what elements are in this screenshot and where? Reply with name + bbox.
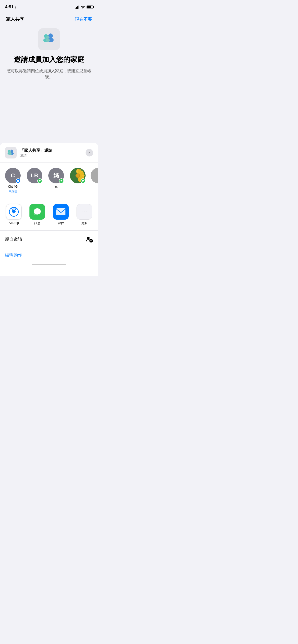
more-icon: ···	[77, 204, 92, 220]
svg-point-4	[46, 36, 49, 39]
home-bar	[32, 264, 66, 265]
family-sharing-icon	[38, 28, 60, 50]
svg-point-26	[87, 237, 90, 239]
messages-badge-icon-flower	[81, 178, 86, 183]
battery-icon	[87, 6, 93, 9]
edit-actions: 編輯動作 …	[0, 248, 98, 262]
contacts-row[interactable]: C Cht 4G 已傳送 LB 媽	[0, 163, 98, 199]
close-button[interactable]: ×	[86, 149, 93, 156]
contact-name-cht4g: Cht 4G	[8, 185, 18, 188]
contact-item-lb[interactable]: LB	[26, 168, 43, 194]
airdrop-badge-icon	[16, 178, 21, 183]
mail-icon	[53, 204, 69, 220]
status-icons	[75, 5, 93, 9]
inperson-icon	[85, 235, 93, 243]
airdrop-icon	[6, 204, 22, 220]
contact-item-mom[interactable]: 媽 媽	[47, 168, 65, 194]
inperson-label: 親自邀請	[5, 236, 22, 242]
avatar-wrapper-flower	[70, 168, 86, 183]
contact-item-flower[interactable]	[69, 168, 87, 194]
wifi-icon	[81, 5, 85, 9]
app-item-airdrop[interactable]: AirDrop	[4, 204, 24, 225]
app-item-mail[interactable]: 郵件	[51, 204, 71, 225]
share-app-icon	[5, 147, 17, 158]
messages-badge-icon-lb	[37, 178, 42, 183]
invite-title: 邀請成員加入您的家庭	[6, 55, 92, 64]
svg-point-5	[46, 39, 50, 42]
app-label-more: 更多	[81, 221, 87, 225]
inperson-row[interactable]: 親自邀請	[0, 231, 98, 248]
svg-point-22	[76, 174, 79, 177]
invite-desc: 您可以再邀請四位成員加入家庭，或建立兒童帳號。	[6, 68, 92, 80]
avatar-wrapper-mom: 媽	[48, 168, 64, 183]
status-time: 4:51 ↑	[5, 5, 16, 10]
home-indicator	[0, 262, 98, 267]
icon-container	[6, 28, 92, 50]
app-item-more[interactable]: ··· 更多	[75, 204, 94, 225]
contact-item-cht4g[interactable]: C Cht 4G 已傳送	[4, 168, 22, 194]
top-bar: 家人共享 現在不要	[6, 16, 92, 22]
contact-name-mom: 媽	[55, 185, 58, 189]
share-header-title: 「家人共享」邀請	[20, 148, 52, 153]
app-label-mail: 郵件	[58, 221, 64, 225]
signal-bars-icon	[75, 5, 79, 9]
svg-point-10	[9, 151, 11, 153]
contact-item-partial[interactable]	[91, 168, 98, 194]
messages-badge-icon-mom	[59, 178, 64, 183]
messages-icon	[29, 204, 45, 220]
svg-rect-25	[56, 208, 65, 215]
share-header: 「家人共享」邀請 邀請 ×	[0, 143, 98, 163]
app-label-airdrop: AirDrop	[9, 221, 19, 225]
main-screen: 家人共享 現在不要 邀請成員加入您的家庭 您可以再邀請四位成員加入家庭，或建立兒…	[0, 12, 98, 143]
share-header-text: 「家人共享」邀請 邀請	[20, 148, 52, 158]
svg-point-11	[9, 153, 12, 155]
bottom-sheet: 「家人共享」邀請 邀請 × C Cht 4G 已傳送 LB	[0, 143, 98, 276]
avatar-partial	[91, 168, 98, 183]
family-icon-svg	[42, 32, 57, 47]
edit-actions-button[interactable]: 編輯動作 …	[5, 252, 28, 258]
share-header-subtitle: 邀請	[20, 153, 52, 158]
contact-status-cht4g: 已傳送	[9, 190, 17, 194]
not-now-button[interactable]: 現在不要	[75, 16, 92, 22]
location-icon: ↑	[15, 5, 16, 9]
share-header-left: 「家人共享」邀請 邀請	[5, 147, 52, 158]
avatar-wrapper-c: C	[5, 168, 21, 183]
svg-point-24	[13, 210, 14, 211]
status-bar: 4:51 ↑	[0, 0, 98, 12]
avatar-wrapper-lb: LB	[27, 168, 42, 183]
app-item-messages[interactable]: 訊息	[28, 204, 47, 225]
apps-row: AirDrop 訊息 郵件 ···	[0, 199, 98, 231]
page-title: 家人共享	[6, 16, 24, 22]
app-label-messages: 訊息	[34, 221, 40, 225]
